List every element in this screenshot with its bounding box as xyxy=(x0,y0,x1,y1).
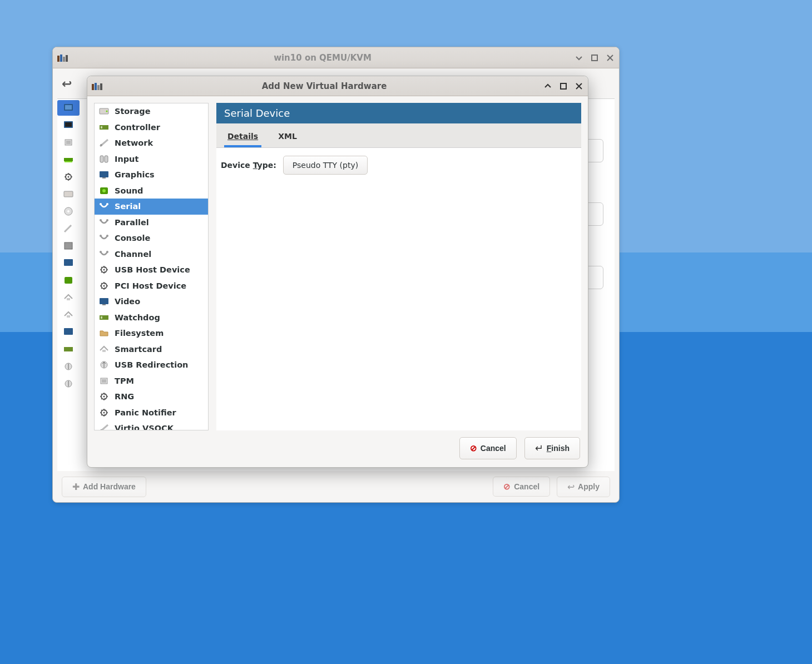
sidebar-item-14[interactable] xyxy=(57,341,80,357)
hw-item-pci-host-device[interactable]: PCI Host Device xyxy=(95,278,208,294)
hw-item-label: Console xyxy=(115,234,150,242)
back-icon[interactable]: ↩ xyxy=(57,75,76,93)
hw-item-virtio-vsock[interactable]: Virtio VSOCK xyxy=(95,420,208,430)
dialog-close-icon[interactable] xyxy=(575,82,583,91)
pen-icon xyxy=(63,224,73,233)
svg-rect-28 xyxy=(95,83,97,90)
channel-icon xyxy=(99,250,109,259)
dialog-max-icon[interactable] xyxy=(559,82,568,91)
svg-rect-21 xyxy=(67,298,70,300)
sidebar-item-9[interactable] xyxy=(57,255,80,271)
hw-item-rng[interactable]: RNG xyxy=(95,389,208,405)
hw-item-label: Virtio VSOCK xyxy=(115,424,174,430)
sidebar-item-16[interactable] xyxy=(57,376,80,392)
sidebar-item-6[interactable] xyxy=(57,204,80,219)
hw-item-smartcard[interactable]: Smartcard xyxy=(95,341,208,358)
sidebar-item-4[interactable] xyxy=(57,169,80,185)
hw-item-video[interactable]: Video xyxy=(95,294,208,310)
hw-item-channel[interactable]: Channel xyxy=(95,246,208,262)
hw-item-label: Channel xyxy=(115,250,151,259)
svg-rect-40 xyxy=(102,177,106,179)
monitor2-icon xyxy=(63,328,73,336)
sidebar-item-12[interactable] xyxy=(57,307,80,323)
hw-item-console[interactable]: Console xyxy=(95,230,208,246)
parent-apply-button[interactable]: ↩ Apply xyxy=(557,477,610,497)
hw-item-watchdog[interactable]: Watchdog xyxy=(95,310,208,326)
gear-icon xyxy=(99,265,109,274)
dialog-min-icon[interactable] xyxy=(543,82,552,91)
parent-close-icon[interactable] xyxy=(606,53,615,62)
device-type-combo[interactable]: Pseudo TTY (pty) xyxy=(283,156,368,175)
parent-maximize-icon[interactable] xyxy=(590,53,599,62)
svg-rect-15 xyxy=(64,191,73,197)
hw-item-label: Panic Notifier xyxy=(115,408,176,417)
svg-rect-58 xyxy=(101,316,102,319)
svg-point-45 xyxy=(100,219,102,221)
monitor-icon xyxy=(63,121,73,130)
svg-point-49 xyxy=(100,251,102,253)
hw-item-label: Video xyxy=(115,297,140,306)
svg-rect-12 xyxy=(65,161,72,162)
usb-icon xyxy=(63,362,73,371)
svg-rect-0 xyxy=(57,56,60,62)
sidebar-item-11[interactable] xyxy=(57,290,80,305)
device-type-label: Device Type: xyxy=(221,161,276,170)
parent-minimize-icon[interactable] xyxy=(575,53,583,62)
svg-point-64 xyxy=(103,396,105,398)
sidebar-item-15[interactable] xyxy=(57,359,80,374)
parent-footer: ✚ Add Hardware ⊘ Cancel ↩ Apply xyxy=(53,471,619,502)
display2-icon xyxy=(63,259,73,267)
hw-item-label: Graphics xyxy=(115,170,155,179)
sidebar-item-3[interactable] xyxy=(57,152,80,167)
memory-icon xyxy=(63,155,73,164)
hw-item-controller[interactable]: Controller xyxy=(95,120,208,136)
sidebar-item-8[interactable] xyxy=(57,238,80,254)
svg-point-44 xyxy=(106,203,108,205)
hw-item-network[interactable]: Network xyxy=(95,135,208,151)
tab-xml[interactable]: XML xyxy=(275,126,300,147)
hw-item-storage[interactable]: Storage xyxy=(95,103,208,120)
cancel-label: Cancel xyxy=(481,444,506,453)
floppy2-icon xyxy=(63,310,73,319)
sidebar-item-13[interactable] xyxy=(57,324,80,340)
storage-icon xyxy=(99,107,109,116)
svg-rect-38 xyxy=(105,156,108,162)
parent-cancel-label: Cancel xyxy=(514,482,539,491)
usb2-icon xyxy=(63,379,73,388)
gear-icon xyxy=(63,172,73,181)
svg-rect-4 xyxy=(592,55,597,61)
app-logo-icon xyxy=(92,82,105,90)
cancel-button[interactable]: ⊘ Cancel xyxy=(459,437,517,459)
hw-item-usb-host-device[interactable]: USB Host Device xyxy=(95,262,208,278)
cpu-icon xyxy=(63,138,73,147)
finish-button[interactable]: ↵ Finish xyxy=(524,437,580,459)
pci-card-icon xyxy=(63,345,73,354)
sidebar-item-0[interactable] xyxy=(57,100,80,116)
plus-icon: ✚ xyxy=(72,482,80,492)
sidebar-item-2[interactable] xyxy=(57,135,80,150)
hw-item-serial[interactable]: Serial xyxy=(95,199,208,215)
tablet-icon xyxy=(63,241,73,250)
apply-icon: ↩ xyxy=(567,482,575,492)
hw-item-label: Controller xyxy=(115,123,160,132)
hw-item-input[interactable]: Input xyxy=(95,151,208,167)
hw-item-parallel[interactable]: Parallel xyxy=(95,215,208,231)
hardware-type-list[interactable]: StorageControllerNetworkInputGraphicsSou… xyxy=(94,103,209,430)
hw-item-tpm[interactable]: TPM xyxy=(95,373,208,389)
sidebar-item-10[interactable] xyxy=(57,272,80,288)
sidebar-item-7[interactable] xyxy=(57,221,80,236)
hw-item-panic-notifier[interactable]: Panic Notifier xyxy=(95,405,208,421)
hw-item-filesystem[interactable]: Filesystem xyxy=(95,325,208,341)
svg-point-54 xyxy=(103,285,105,286)
add-hardware-button[interactable]: ✚ Add Hardware xyxy=(62,477,146,497)
parent-sidebar xyxy=(57,99,82,471)
hw-item-sound[interactable]: Sound xyxy=(95,183,208,199)
hw-item-usb-redirection[interactable]: USB Redirection xyxy=(95,357,208,373)
sidebar-item-1[interactable] xyxy=(57,117,80,133)
sidebar-item-5[interactable] xyxy=(57,186,80,202)
hw-item-graphics[interactable]: Graphics xyxy=(95,167,208,183)
svg-rect-56 xyxy=(102,304,106,305)
parent-cancel-button[interactable]: ⊘ Cancel xyxy=(493,477,550,497)
tab-details[interactable]: Details xyxy=(224,126,261,147)
hw-item-label: USB Redirection xyxy=(115,360,188,369)
